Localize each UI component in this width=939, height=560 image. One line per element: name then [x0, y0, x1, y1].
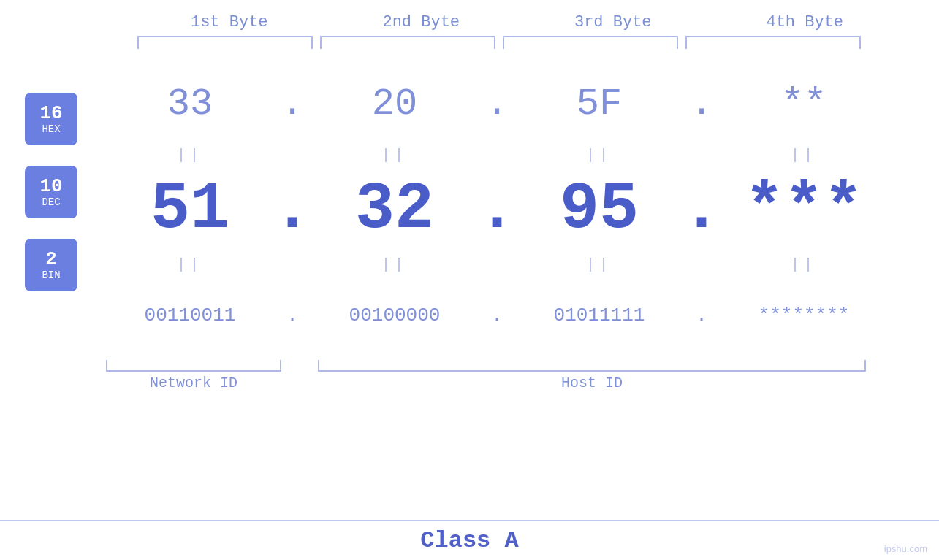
bin-badge: 2 BIN [25, 239, 77, 291]
byte1-label: 1st Byte [142, 13, 317, 31]
network-id-label: Network ID [106, 375, 281, 391]
dec-b4: *** [716, 172, 892, 247]
top-brackets [134, 36, 901, 49]
eq1-b3: || [512, 147, 687, 164]
bin-dot1: . [278, 304, 307, 326]
class-bar: Class A [0, 520, 939, 560]
hex-badge: 16 HEX [25, 93, 77, 145]
bin-b4: ******** [716, 304, 892, 326]
dec-dot3: . [687, 172, 716, 247]
badges-column: 16 HEX 10 DEC 2 BIN [0, 64, 102, 391]
net-bracket [106, 360, 281, 372]
bin-b1: 00110011 [102, 304, 278, 326]
byte4-label: 4th Byte [717, 13, 892, 31]
bin-badge-label: BIN [42, 269, 60, 281]
bottom-brackets [102, 360, 939, 372]
host-id-label: Host ID [318, 375, 866, 391]
eq2-b4: || [716, 256, 892, 273]
byte3-label: 3rd Byte [525, 13, 701, 31]
bracket-byte1 [137, 36, 313, 49]
hex-dot3: . [687, 83, 716, 126]
dec-badge-num: 10 [39, 176, 62, 197]
watermark: ipshu.com [884, 543, 927, 554]
class-label: Class A [420, 527, 518, 554]
eq2-b3: || [512, 256, 687, 273]
id-labels: Network ID Host ID [102, 375, 939, 391]
hex-b4: ** [716, 83, 892, 126]
bin-dot3: . [687, 304, 716, 326]
dec-b2: 32 [307, 172, 482, 247]
eq2-b1: || [102, 256, 278, 273]
hex-row: 33 . 20 . 5F . ** [102, 64, 939, 144]
byte2-label: 2nd Byte [333, 13, 509, 31]
dec-b3: 95 [512, 172, 687, 247]
bracket-byte3 [503, 36, 678, 49]
bracket-byte4 [685, 36, 861, 49]
bin-badge-num: 2 [45, 249, 57, 270]
main-container: 1st Byte 2nd Byte 3rd Byte 4th Byte 16 H… [0, 0, 939, 560]
bin-b2: 00100000 [307, 304, 482, 326]
hex-badge-num: 16 [39, 103, 62, 124]
data-columns: 33 . 20 . 5F . ** [102, 64, 939, 391]
dec-badge-label: DEC [42, 196, 60, 208]
bin-dot2: . [482, 304, 512, 326]
eq2-b2: || [307, 256, 482, 273]
dec-b1: 51 [102, 172, 278, 247]
dec-badge: 10 DEC [25, 166, 77, 218]
hex-badge-label: HEX [42, 123, 60, 135]
hex-dot2: . [482, 83, 512, 126]
dec-dot2: . [482, 172, 512, 247]
bin-row: 00110011 . 00100000 . 01011111 . [102, 275, 939, 356]
hex-b2: 20 [307, 83, 482, 126]
bracket-byte2 [320, 36, 495, 49]
rows-wrapper: 16 HEX 10 DEC 2 BIN 33 . [0, 64, 939, 391]
hex-dot1: . [278, 83, 307, 126]
host-bracket [318, 360, 866, 372]
eq1-b2: || [307, 147, 482, 164]
equals-row-2: || || || || [102, 253, 939, 275]
hex-b3: 5F [512, 83, 687, 126]
bottom-bracket-area: Network ID Host ID [102, 360, 939, 391]
hex-b1: 33 [102, 83, 278, 126]
dec-dot1: . [278, 172, 307, 247]
equals-row-1: || || || || [102, 144, 939, 166]
eq1-b1: || [102, 147, 278, 164]
bin-b3: 01011111 [512, 304, 687, 326]
byte-labels-row: 1st Byte 2nd Byte 3rd Byte 4th Byte [134, 13, 901, 31]
dec-row: 51 . 32 . 95 . *** [102, 166, 939, 253]
eq1-b4: || [716, 147, 892, 164]
